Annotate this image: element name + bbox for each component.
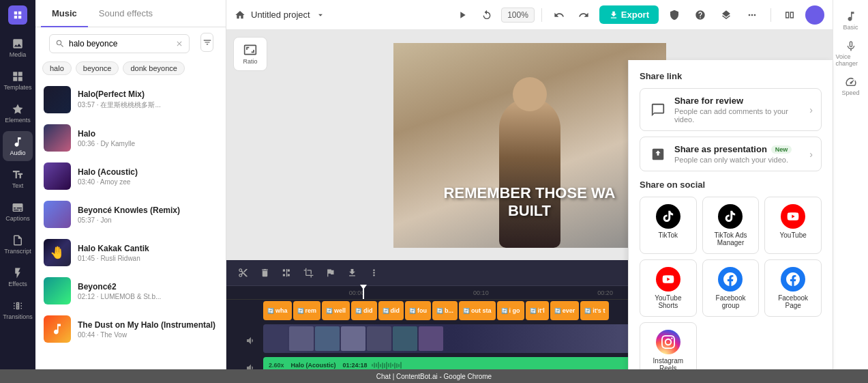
more-icon[interactable] — [365, 265, 382, 281]
sidebar-item-transitions[interactable]: Transitions — [3, 295, 33, 325]
sidebar-item-text[interactable]: Text — [3, 164, 33, 194]
clear-search-icon[interactable] — [175, 40, 183, 48]
clip-item[interactable]: 🔄did — [378, 301, 404, 320]
music-panel: Music Sound effects halo beyonce donk be… — [35, 0, 226, 383]
clip-item[interactable]: 🔄rem — [293, 301, 321, 320]
clip-item[interactable]: 🔄well — [322, 301, 350, 320]
help-button[interactable] — [690, 5, 710, 25]
track-meta: 00:36 · Dy Kamylle — [78, 140, 218, 147]
tab-music[interactable]: Music — [41, 0, 88, 27]
undo-button[interactable] — [549, 5, 569, 25]
share-option-info: Share for review People can add comments… — [674, 96, 809, 124]
right-speed-icon[interactable]: Speed — [836, 71, 866, 101]
clip-item[interactable]: 🔄ever — [550, 301, 580, 320]
thumb-preview — [263, 326, 288, 351]
split-icon[interactable] — [278, 265, 295, 281]
thumb-preview — [367, 326, 391, 351]
search-input[interactable] — [69, 39, 171, 48]
track-thumbnail: 🤚 — [44, 239, 71, 266]
cut-icon[interactable] — [235, 265, 251, 281]
clip-item[interactable]: 🔄it's t — [580, 301, 609, 320]
project-dropdown-icon[interactable] — [316, 10, 325, 20]
right-voice-changer-icon[interactable]: Voice changer — [836, 38, 866, 68]
facebook-group-icon — [718, 267, 743, 292]
social-youtube[interactable]: YouTube — [764, 197, 822, 254]
sidebar-item-effects[interactable]: Effects — [3, 262, 33, 292]
sidebar-transitions-label: Transitions — [3, 313, 33, 320]
social-tiktok-ads[interactable]: TikTok Ads Manager — [702, 197, 760, 254]
share-social-title: Share on social — [640, 180, 822, 190]
track-info: Halo (Acoustic) 03:40 · Amoy zee — [78, 167, 218, 186]
zoom-display[interactable]: 100% — [501, 8, 535, 23]
share-as-presentation-option[interactable]: Share as presentation New People can onl… — [640, 137, 822, 171]
clip-item[interactable]: 🔄did — [351, 301, 377, 320]
sidebar-captions-label: Captions — [5, 215, 30, 222]
sidebar-item-templates[interactable]: Templates — [3, 66, 33, 96]
sidebar-item-media[interactable]: Media — [3, 33, 33, 63]
music-search-bar[interactable] — [49, 34, 190, 53]
sidebar-text-label: Text — [12, 182, 24, 189]
track-thumbnail — [44, 315, 71, 343]
track-title: Beyoncé2 — [78, 282, 218, 292]
home-icon[interactable] — [235, 10, 245, 20]
list-item[interactable]: Halo(Perfect Mix) 03:57 · 在里斯桃桃桃多斯... — [35, 81, 226, 119]
right-music-icon[interactable]: Basic — [836, 5, 866, 36]
shield-icon-btn[interactable] — [664, 5, 685, 25]
social-tiktok[interactable]: TikTok — [640, 197, 697, 254]
track-thumbnail — [44, 277, 71, 304]
timeline-playhead[interactable] — [363, 286, 364, 299]
chevron-right-icon: › — [809, 104, 813, 115]
tag-halo[interactable]: halo — [42, 61, 72, 75]
clip-item[interactable]: 🔄wha — [263, 301, 292, 320]
clip-item[interactable]: 🔄b... — [432, 301, 458, 320]
rewind-button[interactable] — [477, 5, 497, 25]
delete-icon[interactable] — [256, 265, 273, 281]
tag-donk-beyonce[interactable]: donk beyonce — [123, 61, 185, 75]
facebook-page-icon — [781, 267, 805, 292]
split-view-button[interactable] — [779, 5, 800, 25]
list-item[interactable]: 🤚 Halo Kakak Cantik 01:45 · Rusli Ridwan — [35, 233, 226, 272]
music-panel-tabs: Music Sound effects — [35, 0, 226, 27]
list-item[interactable]: Beyoncé Knowles (Remix) 05:37 · Jon — [35, 195, 226, 233]
tiktok-icon — [656, 204, 680, 229]
list-item[interactable]: Halo 00:36 · Dy Kamylle — [35, 119, 226, 157]
list-item[interactable]: The Dust on My Halo (Instrumental) 00:44… — [35, 310, 226, 348]
tiktok-ads-label: TikTok Ads Manager — [707, 231, 755, 246]
thumb-preview — [289, 326, 314, 351]
download-icon[interactable] — [344, 265, 360, 281]
more-options-button[interactable] — [742, 5, 762, 25]
filter-button[interactable] — [200, 33, 213, 52]
sidebar-templates-label: Templates — [3, 84, 31, 91]
sidebar-item-transcript[interactable]: Transcript — [3, 229, 33, 259]
sidebar-item-captions[interactable]: Captions — [3, 197, 33, 227]
clip-item[interactable]: 🔄it'l — [526, 301, 549, 320]
app-logo[interactable] — [8, 5, 27, 25]
list-item[interactable]: Beyoncé2 02:12 · LUMEMOB & St.b... — [35, 272, 226, 310]
sidebar-audio-label: Audio — [10, 150, 25, 156]
user-avatar[interactable] — [805, 5, 824, 25]
social-youtube-shorts[interactable]: YouTube Shorts — [640, 259, 697, 317]
crop-icon[interactable] — [300, 265, 316, 281]
track-meta: 05:37 · Jon — [78, 216, 218, 224]
tag-beyonce[interactable]: beyonce — [76, 61, 119, 75]
track-meta: 02:12 · LUMEMOB & St.b... — [78, 293, 218, 300]
list-item[interactable]: Halo (Acoustic) 03:40 · Amoy zee — [35, 157, 226, 195]
sidebar-item-elements[interactable]: Elements — [3, 98, 33, 128]
sidebar-item-audio[interactable]: Audio — [3, 131, 33, 161]
play-control-button[interactable] — [452, 5, 473, 25]
social-facebook-page[interactable]: Facebook Page — [764, 259, 822, 317]
youtube-icon — [781, 204, 805, 229]
flag-icon[interactable] — [322, 265, 338, 281]
export-button[interactable]: Export — [599, 5, 659, 24]
share-for-review-option[interactable]: Share for review People can add comments… — [640, 88, 822, 131]
layers-button[interactable] — [716, 5, 736, 25]
clip-item[interactable]: 🔄out sta — [459, 301, 496, 320]
clip-item[interactable]: 🔄i go — [497, 301, 524, 320]
redo-button[interactable] — [573, 5, 594, 25]
ratio-label: Ratio — [243, 58, 257, 65]
volume-icon[interactable] — [245, 335, 256, 346]
clip-item[interactable]: 🔄fou — [405, 301, 431, 320]
ratio-button[interactable]: Ratio — [233, 37, 267, 71]
tab-sound-effects[interactable]: Sound effects — [88, 0, 164, 27]
social-facebook-group[interactable]: Facebook group — [702, 259, 760, 317]
